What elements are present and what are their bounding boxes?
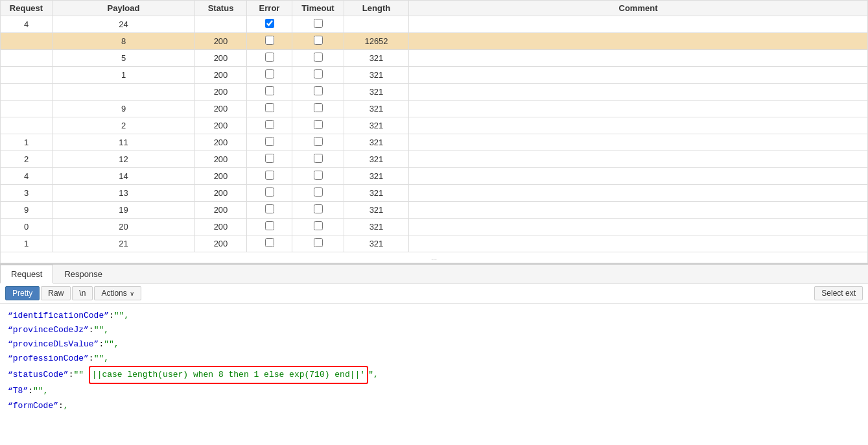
actions-button[interactable]: Actions ∨	[94, 286, 141, 300]
timeout-checkbox[interactable]	[314, 53, 323, 62]
error-checkbox[interactable]	[265, 137, 274, 146]
table-row[interactable]: 424	[1, 16, 868, 33]
table-row[interactable]: 121200321	[1, 235, 868, 252]
cell-request: 0	[1, 219, 53, 235]
code-key: “identificationCode”	[8, 311, 109, 320]
pretty-button[interactable]: Pretty	[5, 286, 40, 300]
cell-payload: 9	[53, 101, 195, 117]
cell-timeout[interactable]	[292, 219, 344, 235]
timeout-checkbox[interactable]	[314, 238, 323, 247]
error-checkbox[interactable]	[265, 187, 274, 197]
cell-error[interactable]	[247, 117, 292, 134]
error-checkbox[interactable]	[265, 86, 274, 95]
cell-length: 321	[344, 134, 409, 151]
newline-button[interactable]: \n	[72, 286, 93, 300]
table-row[interactable]: 212200321	[1, 151, 868, 168]
error-checkbox[interactable]	[265, 120, 274, 129]
timeout-checkbox[interactable]	[314, 187, 323, 197]
cell-timeout[interactable]	[292, 235, 344, 252]
cell-timeout[interactable]	[292, 168, 344, 185]
cell-error[interactable]	[247, 185, 292, 202]
tab-response[interactable]: Response	[53, 265, 113, 283]
cell-status: 200	[195, 101, 247, 117]
cell-timeout[interactable]	[292, 117, 344, 134]
error-checkbox[interactable]	[265, 154, 274, 163]
table-row[interactable]: 5200321	[1, 50, 868, 67]
error-checkbox[interactable]	[265, 221, 274, 230]
cell-timeout[interactable]	[292, 202, 344, 219]
timeout-checkbox[interactable]	[314, 69, 323, 78]
cell-payload: 19	[53, 202, 195, 219]
table-row[interactable]: 200321	[1, 84, 868, 101]
cell-error[interactable]	[247, 84, 292, 101]
cell-payload: 11	[53, 134, 195, 151]
cell-timeout[interactable]	[292, 16, 344, 33]
actions-label: Actions	[101, 289, 126, 298]
code-key: “statusCode”	[8, 370, 69, 379]
cell-comment	[409, 168, 868, 185]
timeout-checkbox[interactable]	[314, 204, 323, 213]
data-table: Request Payload Status Error Timeout Len…	[0, 0, 868, 263]
table-row[interactable]: 414200321	[1, 168, 868, 185]
select-ext-button[interactable]: Select ext	[814, 286, 863, 300]
table-row[interactable]: 919200321	[1, 202, 868, 219]
cell-error[interactable]	[247, 16, 292, 33]
cell-timeout[interactable]	[292, 134, 344, 151]
cell-timeout[interactable]	[292, 50, 344, 67]
cell-error[interactable]	[247, 50, 292, 67]
cell-request: 1	[1, 134, 53, 151]
error-checkbox[interactable]	[265, 69, 274, 78]
error-checkbox[interactable]	[265, 36, 274, 45]
cell-error[interactable]	[247, 168, 292, 185]
cell-timeout[interactable]	[292, 151, 344, 168]
cell-comment	[409, 219, 868, 235]
cell-error[interactable]	[247, 219, 292, 235]
cell-timeout[interactable]	[292, 84, 344, 101]
timeout-checkbox[interactable]	[314, 19, 323, 28]
table-row[interactable]: 020200321	[1, 219, 868, 235]
tab-request[interactable]: Request	[0, 265, 53, 283]
error-checkbox[interactable]	[265, 19, 274, 28]
cell-error[interactable]	[247, 67, 292, 84]
timeout-checkbox[interactable]	[314, 86, 323, 95]
cell-error[interactable]	[247, 33, 292, 50]
table-row[interactable]: 9200321	[1, 101, 868, 117]
cell-error[interactable]	[247, 235, 292, 252]
cell-status: 200	[195, 202, 247, 219]
cell-payload: 5	[53, 50, 195, 67]
cell-timeout[interactable]	[292, 67, 344, 84]
cell-status: 200	[195, 134, 247, 151]
timeout-checkbox[interactable]	[314, 154, 323, 163]
timeout-checkbox[interactable]	[314, 120, 323, 129]
cell-error[interactable]	[247, 101, 292, 117]
code-line: “statusCode”:"" ||case length(user) when…	[8, 366, 860, 384]
table-row[interactable]: 820012652	[1, 33, 868, 50]
error-checkbox[interactable]	[265, 103, 274, 112]
code-value: "",	[33, 386, 48, 396]
code-value: ,	[64, 401, 69, 411]
timeout-checkbox[interactable]	[314, 36, 323, 45]
red-box-content: ||case length(user) when 8 then 1 else e…	[92, 370, 365, 379]
raw-button[interactable]: Raw	[41, 286, 71, 300]
timeout-checkbox[interactable]	[314, 171, 323, 180]
timeout-checkbox[interactable]	[314, 137, 323, 146]
table-row[interactable]: 313200321	[1, 185, 868, 202]
timeout-checkbox[interactable]	[314, 103, 323, 112]
cell-timeout[interactable]	[292, 33, 344, 50]
cell-timeout[interactable]	[292, 185, 344, 202]
cell-length: 321	[344, 202, 409, 219]
cell-error[interactable]	[247, 151, 292, 168]
error-checkbox[interactable]	[265, 238, 274, 247]
error-checkbox[interactable]	[265, 53, 274, 62]
error-checkbox[interactable]	[265, 204, 274, 213]
timeout-checkbox[interactable]	[314, 221, 323, 230]
cell-error[interactable]	[247, 134, 292, 151]
cell-timeout[interactable]	[292, 101, 344, 117]
table-row[interactable]: 2200321	[1, 117, 868, 134]
error-checkbox[interactable]	[265, 171, 274, 180]
table-row[interactable]: 111200321	[1, 134, 868, 151]
table-row[interactable]: 1200321	[1, 67, 868, 84]
cell-payload: 1	[53, 67, 195, 84]
cell-status: 200	[195, 67, 247, 84]
cell-error[interactable]	[247, 202, 292, 219]
